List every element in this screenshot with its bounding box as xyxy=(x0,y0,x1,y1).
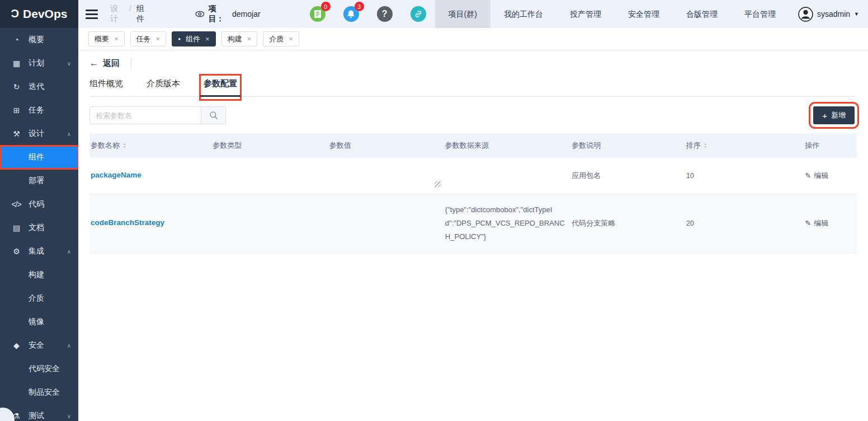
search-icon xyxy=(209,111,218,120)
quick-icons: 0 3 ? xyxy=(310,6,426,22)
sidebar-item-code[interactable]: </> 代码 xyxy=(0,193,78,216)
open-tab-task[interactable]: 任务 × xyxy=(130,31,167,46)
avatar xyxy=(798,7,813,22)
param-type-cell xyxy=(211,158,328,194)
nav-platform-mgmt[interactable]: 平台管理 xyxy=(731,0,789,28)
code-icon: </> xyxy=(11,200,21,209)
sidebar-item-iteration[interactable]: ↻ 迭代 xyxy=(0,75,78,99)
open-tabs-bar: 概要 × 任务 × ● 组件 × 构建 × 介质 × xyxy=(78,28,868,50)
param-type-cell xyxy=(211,194,328,252)
devops-logo-icon: Ɔ xyxy=(11,7,19,20)
param-value-cell xyxy=(328,158,444,194)
column-header: 参数类型 xyxy=(211,133,328,158)
dashboard-icon: ◔ xyxy=(11,35,21,44)
detail-tabs: 组件概览 介质版本 参数配置 xyxy=(89,78,857,97)
edit-button[interactable]: ✎ 编辑 xyxy=(805,217,828,230)
param-order-cell: 10 xyxy=(685,158,804,194)
sidebar-item-deploy[interactable]: 部署 xyxy=(0,169,78,193)
tab-media-version[interactable]: 介质版本 xyxy=(147,78,180,96)
sort-icon[interactable]: ▲ ▼ xyxy=(704,142,707,149)
nav-my-workspace[interactable]: 我的工作台 xyxy=(490,0,556,28)
table-row: packageName 应用包名 10 ✎ 编辑 xyxy=(89,158,857,194)
edit-icon: ✎ xyxy=(805,169,811,183)
sidebar-item-image[interactable]: 镜像 xyxy=(0,310,78,334)
sidebar-item-design[interactable]: ⚒ 设计 ∧ xyxy=(0,122,78,146)
close-icon[interactable]: × xyxy=(156,35,161,43)
user-menu[interactable]: sysadmin ▼ xyxy=(789,7,868,22)
sidebar-item-task[interactable]: ⊞ 任务 xyxy=(0,99,78,122)
task-icon: ⊞ xyxy=(11,106,21,115)
project-label: 项目： xyxy=(209,4,228,24)
close-icon[interactable]: × xyxy=(205,35,210,43)
sidebar-item-plan[interactable]: ▦ 计划 ∨ xyxy=(0,52,78,75)
open-tab-component[interactable]: ● 组件 × xyxy=(172,31,215,46)
sidebar-item-integration[interactable]: ⚙ 集成 ∧ xyxy=(0,240,78,263)
param-source-cell: {"type":"dictcombobox","dictTypeId":"DPS… xyxy=(444,194,570,252)
sidebar-item-media[interactable]: 介质 xyxy=(0,287,78,310)
bell-glyph xyxy=(347,10,355,18)
nav-security-mgmt[interactable]: 安全管理 xyxy=(615,0,673,28)
project-name: demojar xyxy=(232,10,261,18)
help-icon[interactable]: ? xyxy=(377,6,393,22)
close-icon[interactable]: × xyxy=(247,35,252,43)
close-icon[interactable]: × xyxy=(114,35,119,43)
breadcrumb: 设计 / 组件 xyxy=(110,4,150,24)
sidebar-item-security[interactable]: ◆ 安全 ∧ xyxy=(0,334,78,357)
chevron-icon: ∨ xyxy=(67,413,71,419)
back-label: 返回 xyxy=(103,58,120,69)
toolbar: + 新增 xyxy=(89,106,857,124)
search-button[interactable] xyxy=(201,106,226,124)
back-row: ← 返回 xyxy=(89,58,857,69)
sidebar-item-code-security[interactable]: 代码安全 xyxy=(0,357,78,381)
todo-document-icon[interactable]: 0 xyxy=(310,6,326,22)
nav-production-mgmt[interactable]: 投产管理 xyxy=(556,0,615,28)
parameters-table: 参数名称 ▲ ▼ 参数类型 xyxy=(89,133,857,253)
column-header: 参数值 xyxy=(328,133,444,158)
param-source-cell xyxy=(444,158,570,194)
open-tab-build[interactable]: 构建 × xyxy=(221,31,258,46)
sidebar-item-build[interactable]: 构建 xyxy=(0,263,78,287)
nav-version-mgmt[interactable]: 合版管理 xyxy=(673,0,731,28)
app-logo-text: DevOps xyxy=(23,7,67,21)
param-name-link[interactable]: codeBranchStrategy xyxy=(91,218,164,227)
tab-param-config[interactable]: 参数配置 xyxy=(204,78,237,96)
top-nav: 项目(群) 我的工作台 投产管理 安全管理 合版管理 平台管理 xyxy=(435,0,789,28)
menu-toggle-icon[interactable] xyxy=(86,7,98,21)
project-indicator[interactable]: 项目： demojar xyxy=(195,4,261,24)
sort-icon[interactable]: ▲ ▼ xyxy=(122,142,126,149)
chevron-icon: ∧ xyxy=(67,249,71,255)
param-desc-cell: 应用包名 xyxy=(570,158,685,194)
edit-button[interactable]: ✎ 编辑 xyxy=(805,169,828,183)
open-tab-overview[interactable]: 概要 × xyxy=(88,31,125,46)
plan-icon: ▦ xyxy=(11,59,21,68)
tab-component-overview[interactable]: 组件概览 xyxy=(89,78,123,96)
shield-icon: ◆ xyxy=(11,341,21,350)
sidebar-item-component[interactable]: 组件 xyxy=(0,146,78,169)
column-header: 操作 xyxy=(804,133,857,158)
param-desc-cell: 代码分支策略 xyxy=(570,194,685,252)
column-header: 排序 ▲ ▼ xyxy=(685,133,804,158)
link-icon[interactable] xyxy=(411,6,426,22)
sidebar-item-artifact-security[interactable]: 制品安全 xyxy=(0,381,78,404)
sidebar-item-document[interactable]: ▤ 文档 xyxy=(0,216,78,240)
chevron-icon: ∧ xyxy=(67,131,71,137)
username: sysadmin xyxy=(817,10,850,18)
param-name-link[interactable]: packageName xyxy=(91,171,141,179)
sidebar-item-overview[interactable]: ◔ 概要 xyxy=(0,28,78,52)
open-tab-media[interactable]: 介质 × xyxy=(263,31,299,46)
nav-project-group[interactable]: 项目(群) xyxy=(435,0,490,28)
active-dot: ● xyxy=(178,36,181,41)
add-button-wrap: + 新增 xyxy=(813,106,855,124)
gear-icon: ⚙ xyxy=(11,247,21,256)
back-button[interactable]: ← 返回 xyxy=(89,58,120,69)
iteration-icon: ↻ xyxy=(11,82,21,91)
add-button[interactable]: + 新增 xyxy=(813,106,855,124)
bell-icon[interactable]: 3 xyxy=(343,6,359,22)
resize-grip-icon[interactable] xyxy=(435,181,441,187)
chevron-icon: ∨ xyxy=(67,60,71,67)
breadcrumb-current: 组件 xyxy=(136,4,150,24)
close-icon[interactable]: × xyxy=(289,35,293,43)
breadcrumb-section[interactable]: 设计 xyxy=(110,4,124,24)
eye-icon xyxy=(195,10,205,18)
search-input[interactable] xyxy=(89,106,201,124)
